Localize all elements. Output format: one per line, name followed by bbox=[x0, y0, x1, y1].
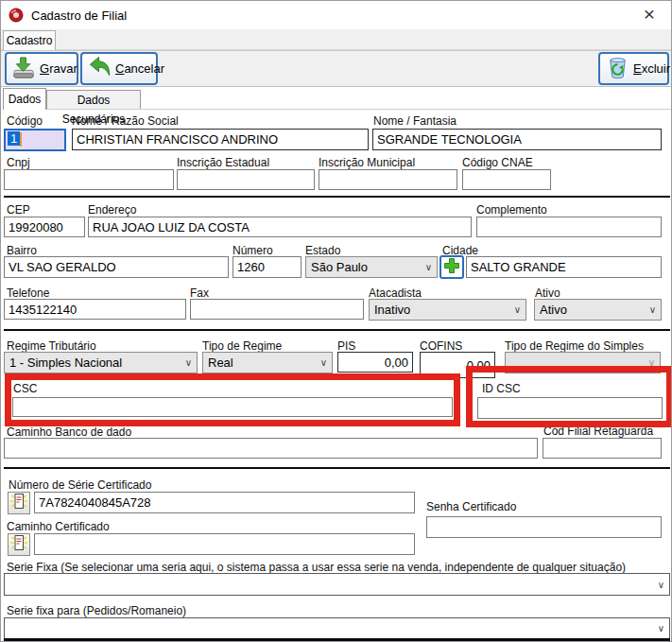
caminho-cert-input[interactable] bbox=[34, 533, 415, 555]
cnae-input[interactable] bbox=[462, 169, 551, 190]
cofins-label: COFINS bbox=[420, 339, 462, 353]
fax-input[interactable] bbox=[190, 299, 364, 320]
excluir-label: Excluir bbox=[633, 61, 670, 76]
caminho-banco-input[interactable] bbox=[4, 438, 538, 459]
plus-icon bbox=[443, 257, 460, 278]
ativo-select[interactable]: Ativo ∨ bbox=[534, 299, 662, 321]
chevron-down-icon: ∨ bbox=[320, 357, 327, 368]
caminho-banco-label: Caminho Banco de dado bbox=[7, 425, 131, 439]
serie-fixa-select[interactable]: ∨ bbox=[4, 573, 670, 596]
estado-label: Estado bbox=[305, 244, 340, 257]
csc-label: CSC bbox=[13, 382, 37, 395]
razao-social-input[interactable] bbox=[72, 129, 369, 150]
app-icon bbox=[9, 8, 24, 23]
separator bbox=[4, 638, 670, 641]
num-serie-cert-input[interactable] bbox=[34, 492, 415, 513]
fantasia-input[interactable] bbox=[372, 129, 662, 150]
text-caret bbox=[20, 132, 22, 147]
endereco-input[interactable] bbox=[88, 217, 472, 237]
document-icon bbox=[9, 492, 28, 514]
cancelar-button[interactable]: Cancelar bbox=[80, 52, 158, 85]
serie-fixa-para-label: Serie fixa para (Pedidos/Romaneio) bbox=[7, 604, 186, 617]
senha-cert-input[interactable] bbox=[426, 516, 662, 538]
razao-social-label: Nome / Razão Social bbox=[72, 114, 179, 128]
tab-cadastro[interactable]: Cadastro bbox=[3, 30, 56, 50]
excluir-button[interactable]: Excluir bbox=[598, 52, 669, 85]
complemento-input[interactable] bbox=[476, 217, 662, 237]
atacadista-value: Inativo bbox=[374, 303, 410, 317]
numero-label: Número bbox=[233, 244, 273, 257]
separator bbox=[4, 467, 670, 469]
chevron-down-icon: ∨ bbox=[185, 357, 192, 368]
tipo-regime-simples-label: Tipo de Regime do Simples bbox=[505, 339, 644, 353]
regime-tributario-label: Regime Tributário bbox=[7, 339, 96, 353]
caminho-cert-label: Caminho Certificado bbox=[7, 520, 110, 533]
codigo-input[interactable]: 1 bbox=[4, 129, 66, 151]
browse-cert-button[interactable] bbox=[8, 533, 30, 556]
tipo-regime-simples-select[interactable]: ∨ bbox=[505, 352, 661, 373]
serie-fixa-label: Serie Fixa (Se selecionar uma seria aqui… bbox=[7, 561, 626, 574]
csc-input[interactable] bbox=[12, 397, 453, 417]
insc-municipal-input[interactable] bbox=[319, 169, 457, 190]
add-cidade-button[interactable] bbox=[439, 255, 464, 279]
complemento-label: Complemento bbox=[476, 203, 547, 217]
tab-strip-line bbox=[45, 109, 672, 110]
cofins-input[interactable] bbox=[420, 352, 495, 378]
estado-select[interactable]: São Paulo ∨ bbox=[305, 256, 438, 278]
tab-dados-secundarios[interactable]: Dados Secundários bbox=[46, 90, 141, 110]
cnpj-label: Cnpj bbox=[7, 156, 30, 169]
separator bbox=[4, 196, 670, 198]
gravar-button[interactable]: Gravar bbox=[5, 52, 78, 85]
insc-estadual-input[interactable] bbox=[177, 169, 315, 190]
codigo-label: Código bbox=[7, 114, 43, 128]
senha-cert-label: Senha Certificado bbox=[426, 500, 516, 513]
browse-serial-button[interactable] bbox=[8, 492, 30, 514]
endereco-label: Endereço bbox=[88, 203, 136, 217]
gravar-label: Gravar bbox=[40, 61, 78, 76]
chevron-down-icon: ∨ bbox=[514, 304, 521, 315]
chevron-down-icon: ∨ bbox=[658, 580, 664, 590]
tipo-regime-value: Real bbox=[208, 356, 233, 370]
telefone-input[interactable] bbox=[4, 299, 186, 320]
undo-icon bbox=[88, 56, 112, 82]
pis-input[interactable] bbox=[337, 352, 413, 373]
close-button[interactable]: × bbox=[635, 1, 663, 27]
chevron-down-icon: ∨ bbox=[648, 357, 655, 368]
numero-input[interactable] bbox=[233, 256, 302, 278]
insc-municipal-label: Inscrição Municipal bbox=[319, 156, 415, 169]
window: Cadastro de Filial × Cadastro Gravar Can… bbox=[0, 0, 672, 642]
num-serie-cert-label: Número de Série Certificado bbox=[9, 478, 151, 492]
ativo-label: Ativo bbox=[535, 286, 560, 300]
pis-label: PIS bbox=[337, 339, 355, 353]
document-icon bbox=[9, 533, 28, 556]
chevron-down-icon: ∨ bbox=[425, 262, 432, 272]
tipo-regime-label: Tipo de Regime bbox=[202, 339, 282, 353]
cep-label: CEP bbox=[7, 203, 30, 217]
telefone-label: Telefone bbox=[7, 286, 49, 300]
tipo-regime-select[interactable]: Real ∨ bbox=[202, 352, 333, 373]
separator bbox=[4, 329, 670, 331]
cep-input[interactable] bbox=[4, 217, 85, 237]
titlebar: Cadastro de Filial × bbox=[1, 1, 671, 29]
fax-label: Fax bbox=[190, 286, 209, 300]
ativo-value: Ativo bbox=[540, 303, 567, 317]
chevron-down-icon: ∨ bbox=[658, 623, 664, 633]
main-tab-strip bbox=[1, 29, 671, 50]
bairro-input[interactable] bbox=[4, 256, 229, 278]
serie-fixa-para-select[interactable]: ∨ bbox=[4, 617, 670, 639]
cod-filial-retaguarda-input[interactable] bbox=[543, 438, 662, 459]
cod-filial-retaguarda-label: Cód Filial Retaguarda bbox=[543, 425, 653, 438]
cancelar-label: Cancelar bbox=[115, 61, 164, 76]
cidade-input[interactable] bbox=[466, 256, 662, 278]
bairro-label: Bairro bbox=[7, 244, 37, 257]
recycle-bin-icon bbox=[606, 56, 629, 82]
atacadista-label: Atacadista bbox=[369, 286, 422, 300]
id-csc-label: ID CSC bbox=[482, 382, 521, 395]
id-csc-input[interactable] bbox=[477, 397, 663, 419]
cnpj-input[interactable] bbox=[4, 169, 174, 190]
regime-tributario-select[interactable]: 1 - Simples Nacional ∨ bbox=[4, 352, 198, 373]
tab-dados[interactable]: Dados bbox=[3, 88, 46, 110]
fantasia-label: Nome / Fantasia bbox=[373, 114, 457, 128]
regime-tributario-value: 1 - Simples Nacional bbox=[9, 356, 122, 370]
atacadista-select[interactable]: Inativo ∨ bbox=[369, 299, 526, 321]
